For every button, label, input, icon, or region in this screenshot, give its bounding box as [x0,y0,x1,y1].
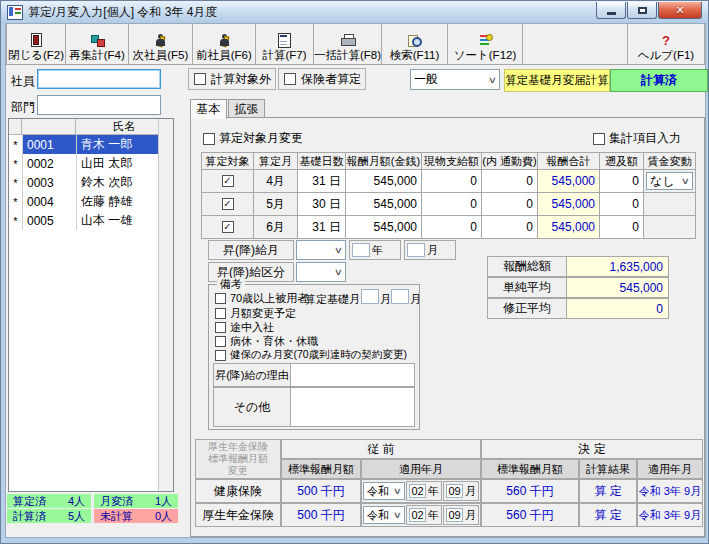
midyear-hire-checkbox[interactable] [215,322,226,333]
commute-cell[interactable]: 0 [482,216,538,239]
employee-row[interactable]: * 0004 佐藤 静雄 [9,192,173,211]
chevron-down-icon: ∨ [334,245,343,255]
apply-year-input[interactable]: 02 [409,508,426,522]
chevron-down-icon: ∨ [393,510,402,520]
retro-cell[interactable]: 0 [600,193,644,216]
employee-row[interactable]: * 0005 山本 一雄 [9,211,173,230]
health-only-checkbox[interactable] [215,350,226,361]
inkind-cell[interactable]: 0 [422,170,482,193]
health-only-group: 健保のみ月変(70歳到達時の契約変更) [215,348,407,362]
maximize-button[interactable] [627,2,657,19]
sort-icon [480,34,491,46]
wage-change-cell [644,216,696,239]
apply-month-input[interactable]: 09 [446,508,463,522]
raise-year-group: 年 [349,240,401,260]
calc-status-button[interactable]: 計算済 [610,69,708,92]
prev-employee-icon [219,34,230,47]
raise-month-input[interactable] [407,243,425,257]
search-icon [408,34,422,47]
other-input[interactable] [291,387,415,427]
over70-group: 70歳以上被用者 [215,291,308,306]
target-checkbox[interactable]: ✓ [222,221,234,233]
tab-basic[interactable]: 基本 [190,99,227,119]
grid-row-june: ✓ 6月 31 日 545,000 0 0 545,000 0 [202,216,696,239]
maximize-icon [638,7,647,14]
row-mark: * [9,211,23,230]
department-label: 部門 [11,99,35,116]
chevron-down-icon: ∨ [334,267,343,277]
tab-extended[interactable]: 拡張 [228,99,265,118]
row-code: 0001 [23,135,77,154]
grid-row-may: ✓ 5月 30 日 545,000 0 0 545,000 0 [202,193,696,216]
target-checkbox[interactable]: ✓ [222,175,234,187]
window-title: 算定/月変入力[個人] 令和 3年 4月度 [28,4,217,21]
employee-input[interactable] [37,69,161,89]
insurer-assessment-label: 保険者算定 [301,71,361,88]
toolbar-close-button[interactable]: 閉じる(F2) [6,24,66,64]
era-select[interactable]: 令和∨ [363,506,405,524]
wage-change-select[interactable]: なし∨ [646,172,693,190]
salary-cell[interactable]: 545,000 [346,193,422,216]
before-apply-header: 適用年月 [361,459,481,479]
toolbar-batch-calc-button[interactable]: 一括計算(F8) [314,24,382,64]
toolbar-next-employee-button[interactable]: 次社員(F5) [129,24,193,64]
toolbar-prev-employee-button[interactable]: 前社員(F6) [193,24,256,64]
aggregate-item-checkbox[interactable] [593,133,605,145]
toolbar-help-button[interactable]: ? ヘルプ(F1) [627,24,705,64]
base-days-cell[interactable]: 31 日 [298,216,346,239]
exclude-from-calc-checkbox[interactable] [194,73,206,85]
apply-year-input[interactable]: 02 [409,484,426,498]
employee-row[interactable]: * 0003 鈴木 次郎 [9,173,173,192]
over70-checkbox[interactable] [215,293,226,304]
retro-cell[interactable]: 0 [600,170,644,193]
era-select[interactable]: 令和∨ [363,482,405,500]
minimize-button[interactable] [596,2,626,19]
employee-row[interactable]: * 0002 山田 太郎 [9,154,173,173]
salary-cell[interactable]: 545,000 [346,170,422,193]
department-input[interactable] [37,95,161,115]
leave-checkbox[interactable] [215,336,226,347]
close-button[interactable]: ✕ [658,2,702,19]
insurer-assessment-checkbox[interactable] [284,73,296,85]
status-badge-monthly-changed: 月変済1人 [94,494,178,508]
target-checkbox[interactable]: ✓ [222,198,234,210]
pension-standard-change-button[interactable]: 厚生年金保険 標準報酬月額 変更 [195,439,281,479]
mark-column-header [9,119,22,135]
batch-calc-icon [341,34,355,46]
raise-year-input[interactable] [352,243,370,257]
monthly-change-planned-checkbox[interactable] [215,308,226,319]
raise-reason-input[interactable] [291,363,415,387]
base-days-cell[interactable]: 31 日 [298,170,346,193]
calc-result-header: 計算結果 [579,459,637,479]
chevron-down-icon: ∨ [393,486,402,496]
employee-label: 社員 [11,73,35,90]
status-badge-assessed: 算定済4人 [7,494,91,508]
inkind-cell[interactable]: 0 [422,193,482,216]
base-month-input-2[interactable] [391,289,409,304]
employee-row[interactable]: * 0001 青木 一郎 [9,135,173,154]
total-cell: 545,000 [538,170,600,193]
exclude-from-calc-label: 計算対象外 [211,71,271,88]
base-days-cell[interactable]: 30 日 [298,193,346,216]
toolbar-search-button[interactable]: 検索(F11) [382,24,448,64]
employee-list-scrollbar[interactable] [158,119,173,491]
target-month-change-checkbox[interactable] [203,133,215,145]
close-icon: ✕ [675,4,684,17]
base-month-input-1[interactable] [361,289,379,304]
row-code: 0005 [23,211,77,230]
toolbar-calc-button[interactable]: 計算(F7) [256,24,314,64]
aggregate-item-group: 集計項目入力 [593,130,681,147]
category-select[interactable]: 一般∨ [410,69,500,90]
apply-month-input[interactable]: 09 [446,484,463,498]
grid-row-april: ✓ 4月 31 日 545,000 0 0 545,000 0 なし∨ [202,170,696,193]
salary-cell[interactable]: 545,000 [346,216,422,239]
toolbar-sort-button[interactable]: ソート(F12) [448,24,523,64]
commute-cell[interactable]: 0 [482,193,538,216]
raise-type-select[interactable]: ∨ [296,262,346,282]
inkind-cell[interactable]: 0 [422,216,482,239]
toolbar-recalc-button[interactable]: 再集計(F4) [66,24,129,64]
retro-cell[interactable]: 0 [600,216,644,239]
chevron-down-icon: ∨ [488,75,497,85]
commute-cell[interactable]: 0 [482,170,538,193]
raise-month-select[interactable]: ∨ [296,240,346,260]
